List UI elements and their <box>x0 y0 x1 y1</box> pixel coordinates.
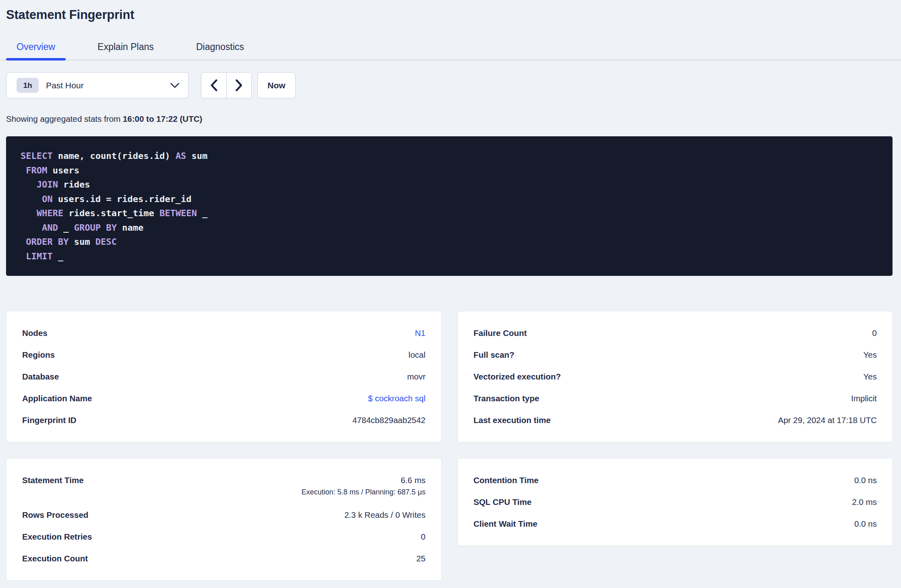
sql-keyword: DESC <box>95 237 117 247</box>
card-row: SQL CPU Time2.0 ms <box>473 491 877 513</box>
sql-keyword: AS <box>175 151 186 161</box>
statement-fingerprint-page: Statement Fingerprint OverviewExplain Pl… <box>0 7 901 581</box>
row-label: Nodes <box>22 328 48 338</box>
page-title: Statement Fingerprint <box>6 7 893 22</box>
sql-text: _ <box>52 251 63 261</box>
row-value: Apr 29, 2024 at 17:18 UTC <box>778 415 877 425</box>
sql-text: _ <box>58 223 74 233</box>
row-value: 0.0 ns <box>854 519 877 529</box>
row-label: Database <box>22 372 59 382</box>
tab-overview[interactable]: Overview <box>6 42 66 60</box>
row-value: 0 <box>872 328 877 338</box>
sql-keyword: FROM <box>26 165 47 175</box>
card-row: Regionslocal <box>22 344 425 366</box>
row-label: Contention Time <box>473 475 538 485</box>
sql-text: sum <box>69 237 95 247</box>
next-time-button[interactable] <box>226 73 251 98</box>
row-label: Vectorized execution? <box>473 372 561 382</box>
row-value: 0 <box>421 532 425 542</box>
time-range-label: Past Hour <box>46 81 83 90</box>
sql-text <box>21 194 42 204</box>
card-row: Full scan?Yes <box>473 344 877 366</box>
statement-details-card: NodesN1RegionslocalDatabasemovrApplicati… <box>6 311 442 442</box>
caption-time-range: 16:00 to 17:22 (UTC) <box>123 114 202 123</box>
sql-keyword: WHERE <box>37 208 63 218</box>
sql-text <box>21 208 37 218</box>
row-value-block: 6.6 msExecution: 5.8 ms / Planning: 687.… <box>301 475 425 498</box>
row-value-link[interactable]: $ cockroach sql <box>368 394 425 403</box>
card-row: NodesN1 <box>22 322 425 344</box>
chevron-left-icon <box>210 79 218 92</box>
row-value: Implicit <box>851 394 877 403</box>
row-value: Yes <box>863 350 877 360</box>
row-label: Client Wait Time <box>473 519 537 529</box>
prev-time-button[interactable] <box>201 73 226 98</box>
card-row: Transaction typeImplicit <box>473 388 877 409</box>
row-value: 0.0 ns <box>854 475 877 485</box>
tab-diagnostics[interactable]: Diagnostics <box>186 42 254 60</box>
tab-explain-plans[interactable]: Explain Plans <box>87 42 164 60</box>
row-value: Yes <box>863 372 877 382</box>
sql-text <box>21 179 37 190</box>
sql-text <box>21 251 26 261</box>
card-row: Vectorized execution?Yes <box>473 366 877 388</box>
statement-times-card: Statement Time6.6 msExecution: 5.8 ms / … <box>6 458 442 581</box>
row-value: 4784cb829aab2542 <box>352 415 425 425</box>
row-label: Failure Count <box>473 328 527 338</box>
wait-times-card: Contention Time0.0 nsSQL CPU Time2.0 msC… <box>457 458 893 546</box>
aggregated-stats-caption: Showing aggregated stats from 16:00 to 1… <box>6 114 901 124</box>
sql-statement-box: SELECT name, count(rides.id) AS sum FROM… <box>6 136 893 276</box>
sql-keyword: ON <box>42 194 53 204</box>
sql-keyword: SELECT <box>21 151 52 161</box>
sql-text: users <box>47 165 79 175</box>
chevron-down-icon <box>170 83 179 88</box>
row-value: 25 <box>416 554 425 563</box>
card-row: Last execution timeApr 29, 2024 at 17:18… <box>473 409 877 431</box>
row-value: 2.0 ms <box>852 497 877 507</box>
sql-text: sum <box>186 151 208 161</box>
card-row: Statement Time6.6 msExecution: 5.8 ms / … <box>22 469 425 504</box>
sql-keyword: JOIN <box>37 179 58 190</box>
row-value: 2.3 k Reads / 0 Writes <box>344 510 425 520</box>
card-row: Client Wait Time0.0 ns <box>473 513 877 535</box>
sql-text <box>21 165 26 175</box>
now-button[interactable]: Now <box>257 72 296 98</box>
sql-text <box>21 223 42 233</box>
card-row: Rows Processed2.3 k Reads / 0 Writes <box>22 504 425 526</box>
time-nav-group <box>201 72 252 98</box>
row-value-detail: Execution: 5.8 ms / Planning: 687.5 µs <box>301 486 425 498</box>
time-range-dropdown[interactable]: 1h Past Hour <box>6 72 189 98</box>
execution-attributes-card: Failure Count0Full scan?YesVectorized ex… <box>457 311 893 442</box>
row-label: Fingerprint ID <box>22 415 76 425</box>
row-label: Regions <box>22 350 55 360</box>
chevron-right-icon <box>235 79 243 92</box>
row-label: Execution Count <box>22 554 88 563</box>
sql-keyword: AND <box>42 223 58 233</box>
card-row: Execution Count25 <box>22 548 425 569</box>
row-label: Application Name <box>22 394 92 403</box>
row-label: SQL CPU Time <box>473 497 532 507</box>
row-value: movr <box>407 372 425 382</box>
stats-cards-row: Statement Time6.6 msExecution: 5.8 ms / … <box>6 458 893 581</box>
sql-text: rides.start_time <box>63 208 159 218</box>
sql-keyword: BETWEEN <box>159 208 197 218</box>
row-label: Statement Time <box>22 475 83 486</box>
row-value: 6.6 ms <box>301 475 425 486</box>
card-row: Fingerprint ID4784cb829aab2542 <box>22 409 425 431</box>
details-cards-row: NodesN1RegionslocalDatabasemovrApplicati… <box>6 311 893 442</box>
row-label: Last execution time <box>473 415 551 425</box>
row-label: Full scan? <box>473 350 514 360</box>
sql-keyword: GROUP BY <box>74 223 117 233</box>
row-value-link[interactable]: N1 <box>415 328 425 338</box>
row-label: Rows Processed <box>22 510 88 520</box>
sql-text: _ <box>197 208 208 218</box>
sql-text <box>21 237 26 247</box>
time-range-badge: 1h <box>17 78 39 93</box>
sql-text: users.id = rides.rider_id <box>52 194 191 204</box>
card-row: Application Name$ cockroach sql <box>22 388 425 409</box>
row-value: local <box>409 350 425 360</box>
caption-prefix: Showing aggregated stats from <box>6 114 123 123</box>
sql-keyword: LIMIT <box>26 251 52 261</box>
row-label: Transaction type <box>473 394 539 403</box>
sql-text: rides <box>58 179 90 190</box>
